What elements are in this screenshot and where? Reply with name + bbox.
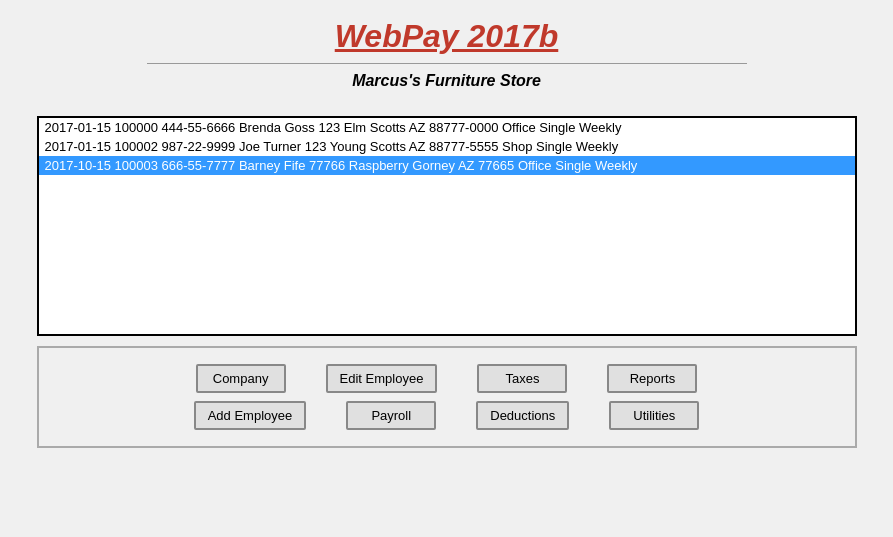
employee-item[interactable]: 2017-10-15 100003 666-55-7777 Barney Fif… [39,156,855,175]
header-divider [147,63,747,64]
reports-button[interactable]: Reports [607,364,697,393]
buttons-row-2: Add EmployeePayrollDeductionsUtilities [194,401,700,430]
deductions-button[interactable]: Deductions [476,401,569,430]
utilities-button[interactable]: Utilities [609,401,699,430]
payroll-button[interactable]: Payroll [346,401,436,430]
buttons-row-1: CompanyEdit EmployeeTaxesReports [196,364,698,393]
company-button[interactable]: Company [196,364,286,393]
add-employee-button[interactable]: Add Employee [194,401,307,430]
edit-employee-button[interactable]: Edit Employee [326,364,438,393]
employee-list-container[interactable]: 2017-01-15 100000 444-55-6666 Brenda Gos… [37,116,857,336]
app-title: WebPay 2017b [147,18,747,55]
main-content: 2017-01-15 100000 444-55-6666 Brenda Gos… [37,116,857,448]
employee-item[interactable]: 2017-01-15 100002 987-22-9999 Joe Turner… [39,137,855,156]
employee-item[interactable]: 2017-01-15 100000 444-55-6666 Brenda Gos… [39,118,855,137]
app-header: WebPay 2017b Marcus's Furniture Store [147,18,747,90]
buttons-panel: CompanyEdit EmployeeTaxesReports Add Emp… [37,346,857,448]
employee-list: 2017-01-15 100000 444-55-6666 Brenda Gos… [39,118,855,175]
taxes-button[interactable]: Taxes [477,364,567,393]
company-name: Marcus's Furniture Store [147,72,747,90]
